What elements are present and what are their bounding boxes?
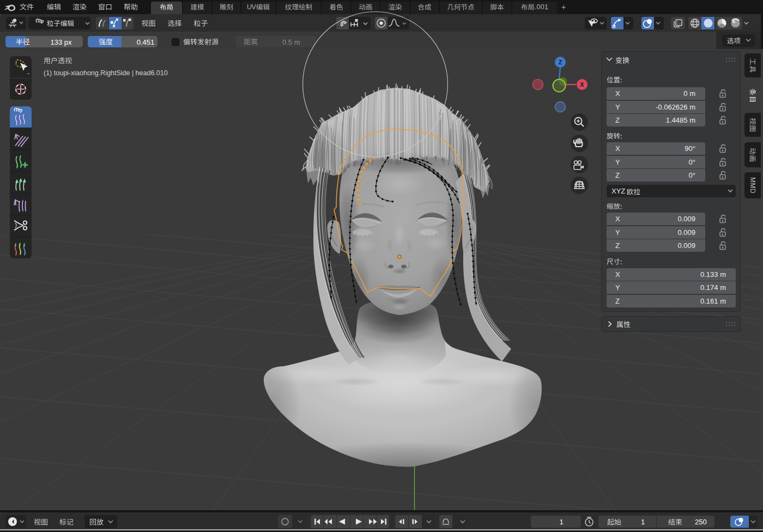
svg-text:X: X bbox=[580, 81, 584, 88]
svg-text:Z: Z bbox=[559, 59, 562, 65]
